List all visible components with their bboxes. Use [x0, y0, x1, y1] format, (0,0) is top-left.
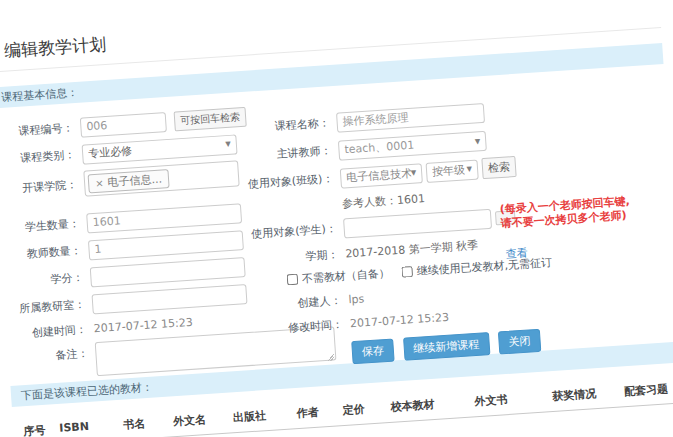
course-type-select[interactable]: 专业必修 ▼ — [82, 134, 238, 164]
course-type-label: 课程类别： — [0, 147, 83, 168]
course-type-value: 专业必修 — [88, 143, 133, 161]
col-author: 作者 — [296, 403, 343, 421]
col-price: 定价 — [342, 400, 391, 418]
col-exercises: 配套习题 — [624, 380, 673, 400]
col-index: 序号 — [23, 422, 60, 437]
no-textbook-checkbox[interactable] — [287, 273, 299, 285]
creator-value: lps — [348, 292, 365, 306]
teacher-count-input[interactable] — [88, 230, 244, 260]
col-school-textbook: 校本教材 — [390, 394, 475, 415]
caret-down-icon: ▼ — [411, 170, 417, 177]
credit-input[interactable] — [90, 257, 246, 287]
course-no-input[interactable] — [80, 112, 167, 138]
save-button[interactable]: 保存 — [351, 338, 394, 364]
caret-down-icon: ▼ — [466, 166, 472, 173]
reuse-textbook-label: 继续使用已发教材,无需征订 — [416, 254, 552, 278]
teacher-count-label: 教师数量： — [1, 242, 89, 263]
teacher-label: 主讲教师： — [235, 143, 339, 165]
col-book-name: 书名 — [123, 414, 174, 432]
class-target-label: 使用对象(班级)： — [237, 171, 341, 193]
col-foreign-name: 外文名 — [173, 410, 234, 429]
grade-select-value: 按年级 — [432, 162, 466, 179]
student-count-label: 学生数量： — [0, 216, 87, 237]
col-foreign-book: 外文书 — [474, 389, 553, 409]
caret-down-icon[interactable]: ▼ — [475, 138, 481, 145]
create-time-label: 创建时间： — [6, 321, 94, 342]
edit-teaching-plan-page: 编辑教学计划 课程基本信息： 课程编号： 可按回车检索 课程类别： 专业必修 ▼ — [0, 0, 673, 437]
teacher-combo-input[interactable] — [338, 130, 487, 160]
college-multiselect[interactable]: × 电子信息... — [83, 160, 239, 196]
reuse-textbook-checkbox[interactable] — [401, 266, 413, 278]
class-college-select[interactable]: 电子信息技术学院 ▼ — [340, 163, 423, 188]
course-name-input[interactable] — [336, 102, 485, 132]
create-time-value: 2017-07-12 15:23 — [93, 315, 193, 335]
col-publisher: 出版社 — [233, 406, 298, 425]
ref-count-text: 参考人数：1601 — [342, 191, 426, 211]
course-name-label: 课程名称： — [233, 115, 337, 137]
modify-time-label: 修改时间： — [247, 316, 351, 338]
teach-office-input[interactable] — [91, 284, 247, 314]
no-textbook-label: 不需教材（自备） — [301, 265, 390, 286]
creator-label: 创建人： — [245, 292, 349, 314]
caret-down-icon: ▼ — [225, 141, 231, 148]
close-button[interactable]: 关闭 — [498, 329, 541, 355]
col-awards: 获奖情况 — [552, 384, 625, 404]
credit-label: 学分： — [3, 269, 91, 290]
no-textbook-option: 不需教材（自备） — [286, 265, 390, 287]
basic-info-form: 课程编号： 可按回车检索 课程类别： 专业必修 ▼ 开课学院： × — [0, 64, 673, 386]
view-classes-link[interactable]: 查看 — [505, 245, 528, 261]
student-count-input[interactable] — [86, 203, 242, 233]
form-right-column: 课程名称： 主讲教师： ▼ 使用对象(班级)： 电子信息技术学院 ▼ — [233, 90, 673, 371]
semester-label: 学期： — [242, 246, 346, 268]
college-tag: × 电子信息... — [88, 169, 170, 193]
page-wrapper: 编辑教学计划 课程基本信息： 课程编号： 可按回车检索 课程类别： 专业必修 ▼ — [0, 0, 673, 437]
student-target-label: 使用对象(学生)： — [240, 221, 344, 243]
college-label: 开课学院： — [0, 176, 85, 197]
class-search-button[interactable]: 检索 — [481, 156, 516, 179]
course-no-label: 课程编号： — [0, 120, 81, 141]
remove-tag-icon[interactable]: × — [95, 177, 104, 189]
grade-select[interactable]: 按年级 ▼ — [426, 159, 479, 182]
class-college-value: 电子信息技术学院 — [346, 166, 411, 185]
semester-value: 2017-2018 第一学期 秋季 — [345, 237, 479, 261]
reuse-textbook-option: 继续使用已发教材,无需征订 — [401, 254, 552, 279]
modify-time-value: 2017-07-12 15:23 — [350, 310, 450, 330]
teach-office-label: 所属教研室： — [5, 296, 93, 317]
college-tag-label: 电子信息... — [107, 171, 162, 190]
remark-label: 备注： — [8, 342, 96, 366]
col-isbn: ISBN — [59, 418, 124, 437]
student-target-input[interactable] — [343, 208, 492, 238]
